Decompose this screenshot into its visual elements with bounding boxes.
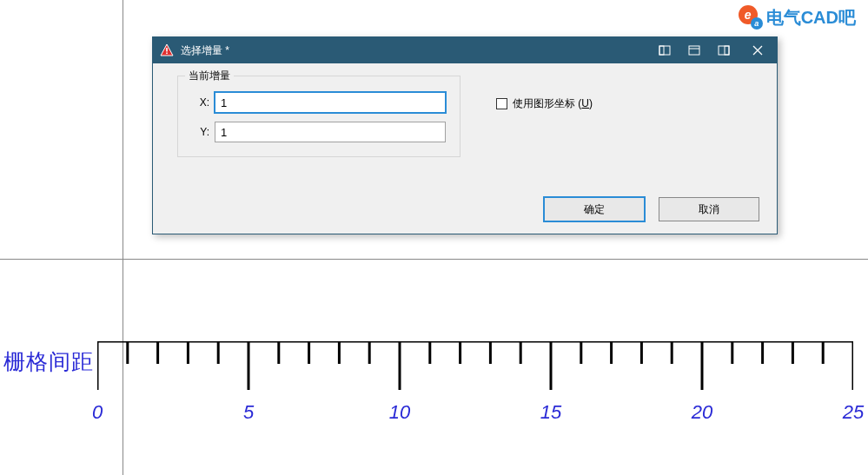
svg-rect-7 xyxy=(719,46,729,55)
svg-rect-1 xyxy=(166,48,168,52)
grid-spacing-label: 栅格间距 xyxy=(3,347,94,376)
svg-rect-4 xyxy=(659,46,664,55)
use-graphic-coords-checkbox[interactable]: 使用图形坐标 (U) xyxy=(496,96,593,111)
ruler-tick-number: 5 xyxy=(243,401,254,424)
ruler-tick-number: 0 xyxy=(92,401,103,424)
current-increment-group: 当前增量 X: Y: xyxy=(177,76,461,157)
svg-rect-8 xyxy=(725,46,729,55)
cancel-button[interactable]: 取消 xyxy=(659,197,759,221)
watermark: e a 电气CAD吧 xyxy=(739,5,856,30)
dialog-titlebar[interactable]: 选择增量 * xyxy=(153,37,777,63)
dialog-button-row: 确定 取消 xyxy=(544,197,759,221)
ruler-graphic xyxy=(97,341,853,393)
checkbox-box-icon[interactable] xyxy=(496,98,507,109)
ruler-tick-number: 15 xyxy=(540,401,561,424)
close-button[interactable] xyxy=(739,37,777,63)
ok-button[interactable]: 确定 xyxy=(544,197,645,221)
window-restore-right-icon[interactable] xyxy=(709,37,739,63)
group-label: 当前增量 xyxy=(185,69,234,83)
y-field-row: Y: xyxy=(192,122,446,142)
window-restore-left-icon[interactable] xyxy=(650,37,679,63)
svg-rect-3 xyxy=(659,46,670,55)
crosshair-horizontal xyxy=(0,259,868,260)
select-increment-dialog: 选择增量 * 当前增量 X: Y: 使用图形坐标 (U) xyxy=(152,36,778,234)
ruler-tick-number: 20 xyxy=(692,401,712,424)
crosshair-vertical xyxy=(123,0,123,475)
x-field-row: X: xyxy=(192,92,446,113)
ruler-tick-number: 10 xyxy=(389,401,410,424)
dialog-body: 当前增量 X: Y: 使用图形坐标 (U) 确定 取消 xyxy=(153,63,777,169)
watermark-text: 电气CAD吧 xyxy=(766,6,856,30)
y-label: Y: xyxy=(192,126,209,138)
app-warning-icon xyxy=(160,43,174,57)
dialog-title: 选择增量 * xyxy=(181,43,650,58)
svg-rect-2 xyxy=(166,53,168,55)
y-input[interactable] xyxy=(215,122,446,142)
x-label: X: xyxy=(192,96,209,109)
watermark-logo-icon: e a xyxy=(739,5,763,30)
svg-rect-5 xyxy=(689,46,699,55)
ruler-tick-number: 25 xyxy=(843,401,864,424)
checkbox-label: 使用图形坐标 (U) xyxy=(513,96,593,111)
window-restore-center-icon[interactable] xyxy=(679,37,709,63)
x-input[interactable] xyxy=(215,92,446,113)
